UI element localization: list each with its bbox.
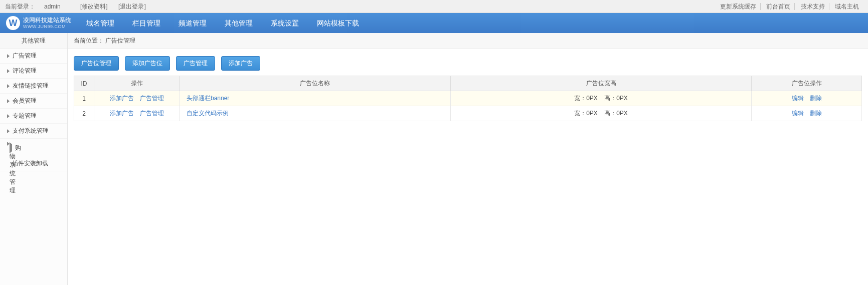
- th-id: ID: [74, 76, 94, 91]
- row-manage-ad-link[interactable]: 广告管理: [140, 110, 164, 117]
- breadcrumb-value: 广告位管理: [105, 37, 135, 44]
- logo-icon: W: [6, 16, 20, 30]
- nav-channel[interactable]: 频道管理: [169, 13, 216, 33]
- row-add-ad-link[interactable]: 添加广告: [110, 110, 134, 117]
- nav-domain[interactable]: 域名管理: [77, 13, 123, 33]
- triangle-icon: [7, 129, 10, 133]
- nav-column[interactable]: 栏目管理: [123, 13, 169, 33]
- nav-templates[interactable]: 网站模板下载: [308, 13, 368, 33]
- main-nav: 域名管理 栏目管理 频道管理 其他管理 系统设置 网站模板下载: [77, 13, 368, 33]
- domain-hosting-link[interactable]: 域名主机: [831, 3, 863, 10]
- triangle-icon: [7, 69, 10, 73]
- row-name-link[interactable]: 自定义代码示例: [187, 110, 229, 117]
- nav-other[interactable]: 其他管理: [216, 13, 262, 33]
- logo-title: 凌网科技建站系统: [23, 17, 71, 24]
- tech-support-link[interactable]: 技术支持: [797, 3, 829, 10]
- sidebar-item-payment[interactable]: 支付系统管理: [0, 124, 67, 139]
- btn-ad-manage[interactable]: 广告管理: [176, 56, 215, 71]
- th-name: 广告位名称: [180, 76, 451, 91]
- logo[interactable]: W 凌网科技建站系统 WWW.JUN99.COM: [0, 16, 77, 30]
- nav-settings[interactable]: 系统设置: [262, 13, 308, 33]
- cell-ops: 添加广告广告管理: [94, 106, 180, 121]
- current-login-user: admin: [44, 3, 61, 10]
- th-ops: 操作: [94, 76, 180, 91]
- row-name-link[interactable]: 头部通栏banner: [187, 95, 229, 102]
- breadcrumb: 当前位置： 广告位管理: [68, 33, 868, 49]
- triangle-icon: [7, 54, 10, 58]
- sidebar-item-label: 专题管理: [13, 112, 37, 120]
- btn-add-ad[interactable]: 添加广告: [221, 56, 260, 71]
- btn-add-ad-position[interactable]: 添加广告位: [125, 56, 170, 71]
- row-add-ad-link[interactable]: 添加广告: [110, 95, 134, 102]
- cell-wh: 宽：0PX 高：0PX: [451, 91, 752, 106]
- btn-ad-position-manage[interactable]: 广告位管理: [74, 56, 119, 71]
- logo-subtitle: WWW.JUN99.COM: [23, 24, 71, 29]
- sidebar-item-label: 支付系统管理: [13, 127, 49, 135]
- layout: 其他管理 广告管理 评论管理 友情链接管理 会员管理 专题管理 支付系统管理 购…: [0, 33, 868, 285]
- top-bar-right: 更新系统缓存 前台首页 技术支持 域名主机: [716, 0, 863, 13]
- sidebar-item-comments[interactable]: 评论管理: [0, 64, 67, 79]
- current-login-label: 当前登录：: [5, 3, 35, 10]
- cell-id: 2: [74, 106, 94, 121]
- triangle-icon: [7, 114, 10, 118]
- row-delete-link[interactable]: 删除: [810, 110, 822, 117]
- row-manage-ad-link[interactable]: 广告管理: [140, 95, 164, 102]
- sidebar-item-topics[interactable]: 专题管理: [0, 109, 67, 124]
- row-edit-link[interactable]: 编辑: [792, 110, 804, 117]
- table-row: 1添加广告广告管理头部通栏banner宽：0PX 高：0PX编辑删除: [74, 91, 862, 106]
- toolbar: 广告位管理 添加广告位 广告管理 添加广告: [68, 49, 868, 76]
- refresh-cache-link[interactable]: 更新系统缓存: [716, 3, 761, 10]
- sidebar-item-shopping[interactable]: 购物系统管理: [0, 139, 67, 149]
- cell-act: 编辑删除: [752, 106, 862, 121]
- cell-act: 编辑删除: [752, 91, 862, 106]
- row-edit-link[interactable]: 编辑: [792, 95, 804, 102]
- cell-name: 自定义代码示例: [180, 106, 451, 121]
- ad-position-table: ID 操作 广告位名称 广告位宽高 广告位操作 1添加广告广告管理头部通栏ban…: [74, 76, 862, 121]
- table-header-row: ID 操作 广告位名称 广告位宽高 广告位操作: [74, 76, 862, 91]
- top-bar-left: 当前登录：admin [修改资料] [退出登录]: [5, 0, 155, 13]
- sidebar-item-links[interactable]: 友情链接管理: [0, 79, 67, 94]
- th-wh: 广告位宽高: [451, 76, 752, 91]
- cell-id: 1: [74, 91, 94, 106]
- top-bar: 当前登录：admin [修改资料] [退出登录] 更新系统缓存 前台首页 技术支…: [0, 0, 868, 13]
- logout-link[interactable]: [退出登录]: [118, 3, 146, 10]
- sidebar-item-label: 会员管理: [13, 97, 37, 105]
- triangle-icon: [7, 84, 10, 88]
- sidebar-group-title: 其他管理: [0, 33, 67, 49]
- triangle-icon: [7, 99, 10, 103]
- sidebar-item-ads[interactable]: 广告管理: [0, 49, 67, 64]
- sidebar-item-label: 广告管理: [13, 52, 37, 60]
- sidebar-item-members[interactable]: 会员管理: [0, 94, 67, 109]
- cell-wh: 宽：0PX 高：0PX: [451, 106, 752, 121]
- cell-name: 头部通栏banner: [180, 91, 451, 106]
- breadcrumb-label: 当前位置：: [74, 37, 104, 44]
- header-bar: W 凌网科技建站系统 WWW.JUN99.COM 域名管理 栏目管理 频道管理 …: [0, 13, 868, 33]
- cell-ops: 添加广告广告管理: [94, 91, 180, 106]
- sidebar-item-label: 友情链接管理: [13, 82, 49, 90]
- sidebar-item-label: 评论管理: [13, 67, 37, 75]
- triangle-icon: [10, 142, 12, 153]
- row-delete-link[interactable]: 删除: [810, 95, 822, 102]
- edit-profile-link[interactable]: [修改资料]: [80, 3, 108, 10]
- content: 当前位置： 广告位管理 广告位管理 添加广告位 广告管理 添加广告 ID 操作 …: [68, 33, 868, 285]
- sidebar: 其他管理 广告管理 评论管理 友情链接管理 会员管理 专题管理 支付系统管理 购…: [0, 33, 68, 285]
- table-row: 2添加广告广告管理自定义代码示例宽：0PX 高：0PX编辑删除: [74, 106, 862, 121]
- current-login: 当前登录：admin: [5, 3, 71, 10]
- th-act: 广告位操作: [752, 76, 862, 91]
- frontend-home-link[interactable]: 前台首页: [762, 3, 795, 10]
